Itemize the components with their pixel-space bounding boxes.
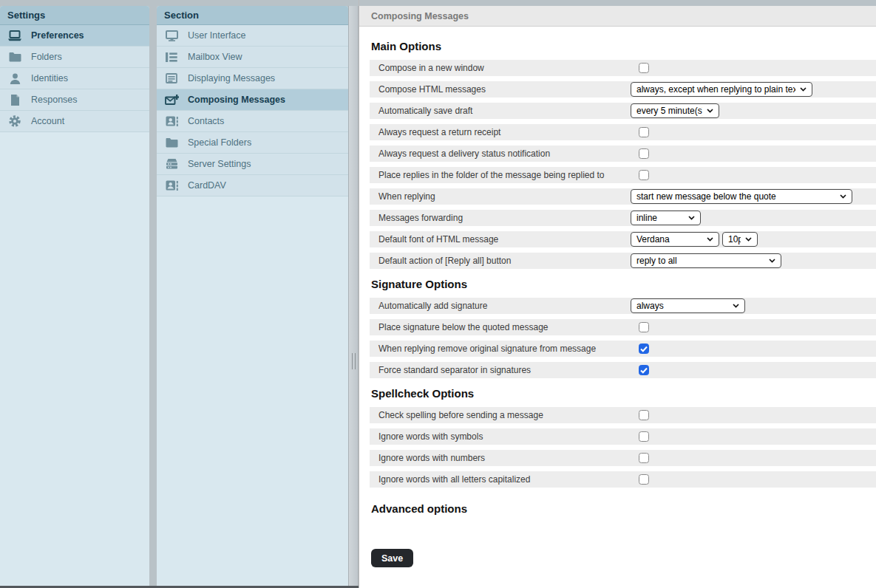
chevron-down-icon [800, 87, 807, 92]
section-item-label: Contacts [188, 116, 224, 126]
section-item-label: User Interface [188, 30, 246, 41]
main-content: Composing Messages Main Options Compose … [359, 0, 876, 588]
replies-same-folder-checkbox[interactable] [639, 170, 649, 180]
setting-row: Always request a return receipt [370, 124, 876, 140]
page-title: Composing Messages [359, 6, 876, 27]
save-draft-select[interactable]: every 5 minute(s) [631, 103, 719, 118]
setting-row: Automatically save draft every 5 minute(… [370, 103, 876, 119]
setting-row: Messages forwarding inline [370, 210, 876, 226]
setting-row: When replying start new message below th… [370, 188, 876, 205]
add-signature-select[interactable]: always [631, 298, 745, 313]
settings-item-account[interactable]: Account [0, 111, 149, 132]
splitter-handle-icon [352, 353, 356, 369]
setting-label: Automatically add signature [370, 301, 631, 311]
section-item-contacts[interactable]: Contacts [157, 111, 348, 132]
group-heading-signature-options: Signature Options [371, 278, 876, 290]
gear-icon [7, 115, 22, 127]
settings-item-responses[interactable]: Responses [0, 89, 149, 111]
forwarding-select[interactable]: inline [631, 211, 701, 225]
section-item-label: Special Folders [188, 137, 251, 148]
settings-item-label: Preferences [31, 30, 84, 41]
setting-label: Default font of HTML message [370, 234, 631, 245]
setting-row: Default action of [Reply all] button rep… [370, 253, 876, 269]
section-item-server-settings[interactable]: Server Settings [157, 154, 348, 175]
setting-label: Default action of [Reply all] button [370, 256, 631, 266]
settings-item-label: Identities [31, 73, 68, 83]
laptop-icon [7, 30, 22, 41]
setting-label: Place signature below the quoted message [370, 322, 631, 332]
setting-row: Always request a delivery status notific… [370, 146, 876, 162]
settings-item-label: Account [31, 116, 64, 126]
user-icon [7, 73, 22, 84]
setting-row: Force standard separator in signatures [370, 362, 876, 378]
settings-item-preferences[interactable]: Preferences [0, 25, 149, 47]
setting-label: Check spelling before sending a message [370, 410, 631, 420]
setting-row: When replying remove original signature … [370, 341, 876, 357]
section-item-label: Server Settings [188, 159, 251, 169]
setting-label: When replying [370, 191, 631, 202]
setting-label: Compose HTML messages [370, 84, 631, 95]
section-panel: Section User Interface Mailbox View Disp… [157, 6, 348, 586]
column-splitter[interactable] [348, 6, 359, 586]
force-separator-checkbox[interactable] [639, 365, 649, 375]
html-font-size-select[interactable]: 10pt [722, 232, 758, 247]
file-icon [7, 95, 22, 106]
setting-label: Ignore words with numbers [370, 453, 631, 463]
setting-label: Automatically save draft [370, 106, 631, 116]
section-item-special-folders[interactable]: Special Folders [157, 132, 348, 154]
ignore-numbers-checkbox[interactable] [639, 453, 649, 463]
section-item-carddav[interactable]: CardDAV [157, 175, 348, 196]
contact-card-icon [164, 116, 179, 126]
setting-row: Automatically add signature always [370, 298, 876, 314]
window-top-edge [359, 0, 876, 6]
remove-original-signature-checkbox[interactable] [639, 343, 649, 354]
delivery-status-checkbox[interactable] [639, 148, 649, 159]
chevron-down-icon [745, 237, 752, 242]
when-replying-select[interactable]: start new message below the quote [631, 189, 852, 204]
setting-row: Ignore words with symbols [370, 428, 876, 445]
save-button[interactable]: Save [371, 549, 413, 567]
setting-label: Ignore words with all letters capitalize… [370, 474, 631, 485]
reply-all-action-select[interactable]: reply to all [631, 253, 781, 268]
chevron-down-icon [840, 194, 846, 199]
compose-new-window-checkbox[interactable] [639, 63, 649, 73]
html-font-select[interactable]: Verdana [631, 232, 719, 247]
setting-label: Always request a return receipt [370, 127, 631, 137]
chevron-down-icon [707, 109, 713, 113]
group-heading-advanced-options: Advanced options [371, 502, 876, 515]
section-item-user-interface[interactable]: User Interface [157, 25, 348, 47]
setting-row: Ignore words with numbers [370, 450, 876, 466]
setting-row: Default font of HTML message Verdana 10p… [370, 231, 876, 247]
setting-label: Place replies in the folder of the messa… [370, 170, 631, 180]
chevron-down-icon [769, 259, 775, 263]
setting-row: Check spelling before sending a message [370, 407, 876, 423]
section-item-label: CardDAV [188, 180, 226, 191]
ignore-capitalized-checkbox[interactable] [639, 474, 649, 485]
chevron-down-icon [707, 237, 713, 242]
list-icon [164, 52, 179, 62]
group-heading-main-options: Main Options [371, 40, 876, 52]
setting-label: Ignore words with symbols [370, 431, 631, 442]
setting-label: When replying remove original signature … [370, 343, 631, 354]
section-item-label: Displaying Messages [188, 73, 275, 83]
settings-item-folders[interactable]: Folders [0, 47, 149, 68]
settings-item-identities[interactable]: Identities [0, 68, 149, 89]
section-item-mailbox-view[interactable]: Mailbox View [157, 47, 348, 68]
section-item-composing-messages[interactable]: Composing Messages [157, 89, 348, 111]
section-item-label: Composing Messages [188, 95, 285, 105]
return-receipt-checkbox[interactable] [639, 127, 649, 137]
setting-row: Place replies in the folder of the messa… [370, 167, 876, 183]
settings-panel-title: Settings [0, 6, 149, 25]
settings-panel: Settings Preferences Folders Identities … [0, 6, 149, 586]
spellcheck-before-send-checkbox[interactable] [639, 410, 649, 420]
compose-html-select[interactable]: always, except when replying to plain te… [631, 82, 812, 97]
group-heading-spellcheck-options: Spellcheck Options [371, 387, 876, 400]
section-item-label: Mailbox View [188, 52, 242, 62]
setting-label: Compose in a new window [370, 63, 631, 73]
ignore-symbols-checkbox[interactable] [639, 431, 649, 442]
section-item-displaying-messages[interactable]: Displaying Messages [157, 68, 348, 89]
settings-item-label: Folders [31, 52, 62, 62]
folder-icon [7, 52, 22, 62]
section-panel-title: Section [157, 6, 348, 25]
signature-below-quote-checkbox[interactable] [639, 322, 649, 332]
